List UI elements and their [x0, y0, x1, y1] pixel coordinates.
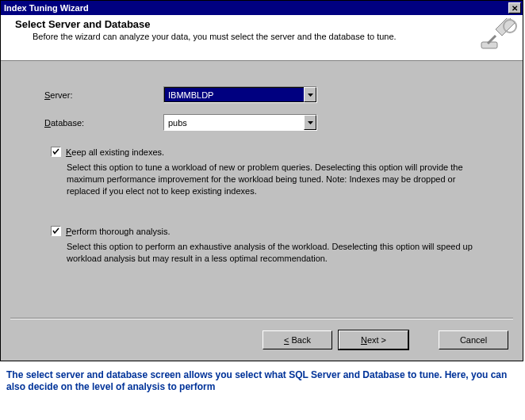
server-dropdown-button[interactable]: [304, 87, 316, 102]
keep-indexes-description: Select this option to tune a workload of…: [67, 162, 491, 197]
thorough-label: Perform thorough analysis.: [66, 227, 170, 236]
thorough-row: Perform thorough analysis.: [51, 226, 499, 236]
database-dropdown-button[interactable]: [304, 115, 316, 130]
next-button-label: Next >: [361, 335, 386, 345]
chevron-down-icon: [308, 121, 313, 124]
server-value: IBMMBLDP: [164, 87, 304, 102]
server-row: Server: IBMMBLDP: [44, 86, 499, 103]
svg-marker-4: [308, 121, 313, 124]
thorough-checkbox[interactable]: [51, 226, 61, 236]
thorough-description: Select this option to perform an exhaust…: [67, 241, 491, 265]
server-combo[interactable]: IBMMBLDP: [163, 86, 317, 103]
separator: [10, 318, 513, 319]
close-button[interactable]: ✕: [508, 2, 521, 13]
wrench-icon: [478, 18, 518, 56]
wizard-window: Index Tuning Wizard ✕ Select Server and …: [0, 0, 523, 361]
titlebar: Index Tuning Wizard ✕: [1, 1, 523, 15]
back-button-label: < Back: [284, 335, 311, 345]
button-gap: [415, 330, 432, 349]
page-title: Select Server and Database: [15, 18, 518, 30]
cancel-button-label: Cancel: [460, 335, 487, 345]
wizard-body: Server: IBMMBLDP Database: pubs Keep all: [1, 61, 523, 361]
button-row: < Back Next > Cancel: [262, 330, 508, 349]
window-title: Index Tuning Wizard: [4, 3, 89, 13]
server-label: Server:: [44, 90, 163, 100]
back-button[interactable]: < Back: [262, 330, 332, 349]
chevron-down-icon: [308, 94, 313, 97]
keep-indexes-label: Keep all existing indexes.: [66, 147, 164, 157]
wizard-header: Select Server and Database Before the wi…: [1, 15, 523, 61]
svg-marker-3: [308, 94, 313, 97]
checkmark-icon: [52, 227, 59, 235]
close-icon: ✕: [512, 4, 518, 13]
keep-indexes-row: Keep all existing indexes.: [51, 147, 499, 157]
database-row: Database: pubs: [44, 114, 499, 131]
checkmark-icon: [52, 148, 59, 155]
page-subtitle: Before the wizard can analyze your data,…: [33, 32, 518, 41]
database-combo[interactable]: pubs: [163, 114, 317, 131]
database-label: Database:: [44, 118, 163, 128]
database-value: pubs: [164, 115, 304, 130]
cancel-button[interactable]: Cancel: [439, 330, 508, 349]
next-button[interactable]: Next >: [339, 330, 408, 349]
keep-indexes-checkbox[interactable]: [51, 147, 61, 157]
figure-caption: The select server and database screen al…: [0, 361, 525, 399]
